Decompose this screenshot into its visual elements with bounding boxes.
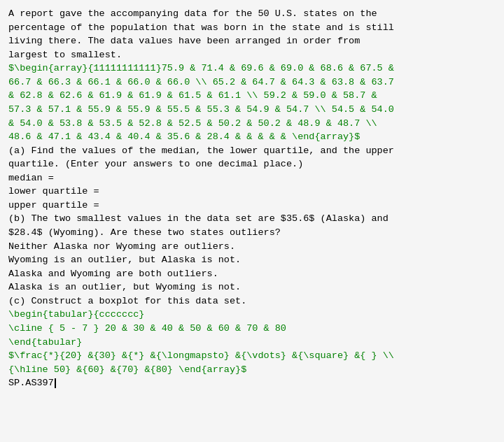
tabular-end: \end{tabular} xyxy=(8,336,496,350)
part-a-line1: (a) Find the values of the median, the l… xyxy=(8,144,496,158)
intro-line3: living there. The data values have been … xyxy=(8,34,496,48)
lower-quartile-label: lower quartile = xyxy=(8,185,496,199)
part-b-line2: $28.4$ (Wyoming). Are these two states o… xyxy=(8,226,496,240)
array-line2: 66.7 & 66.3 & 66.1 & 66.0 & 66.0 \\ 65.2… xyxy=(8,76,496,90)
median-label: median = xyxy=(8,171,496,185)
cline-line: \cline { 5 - 7 } 20 & 30 & 40 & 50 & 60 … xyxy=(8,322,496,336)
option3: Alaska and Wyoming are both outliers. xyxy=(8,267,496,281)
tabular-begin: \begin{tabular}{ccccccc} xyxy=(8,308,496,322)
part-a-line2: quartile. (Enter your answers to one dec… xyxy=(8,157,496,171)
sp-text: SP.AS397 xyxy=(8,376,54,390)
part-b-line1: (b) The two smallest values in the data … xyxy=(8,212,496,226)
array-line3: & 62.8 & 62.6 & 61.9 & 61.9 & 61.5 & 61.… xyxy=(8,89,496,103)
hline-line: {\hline 50} &{60} &{70} &{80} \end{array… xyxy=(8,363,496,377)
text-cursor xyxy=(55,378,56,388)
option1: Neither Alaska nor Wyoming are outliers. xyxy=(8,240,496,254)
option2: Wyoming is an outlier, but Alaska is not… xyxy=(8,253,496,267)
main-container: A report gave the accompanying data for … xyxy=(0,0,504,442)
array-line6: 48.6 & 47.1 & 43.4 & 40.4 & 35.6 & 28.4 … xyxy=(8,130,496,144)
sp-input-line[interactable]: SP.AS397 xyxy=(8,376,496,390)
upper-quartile-label: upper quartile = xyxy=(8,199,496,213)
frac-line: $\frac{*}{20} &{30} &{*} &{\longmapsto} … xyxy=(8,349,496,363)
intro-line1: A report gave the accompanying data for … xyxy=(8,7,496,21)
option4: Alaska is an outlier, but Wyoming is not… xyxy=(8,280,496,294)
array-start: $\begin{array}{11111111111}75.9 & 71.4 &… xyxy=(8,62,496,76)
array-line4: 57.3 & 57.1 & 55.9 & 55.9 & 55.5 & 55.3 … xyxy=(8,103,496,117)
part-c-line1: (c) Construct a boxplot for this data se… xyxy=(8,294,496,308)
intro-line2: percentage of the population that was bo… xyxy=(8,21,496,35)
array-line5: & 54.0 & 53.8 & 53.5 & 52.8 & 52.5 & 50.… xyxy=(8,117,496,131)
intro-line4: largest to smallest. xyxy=(8,48,496,62)
